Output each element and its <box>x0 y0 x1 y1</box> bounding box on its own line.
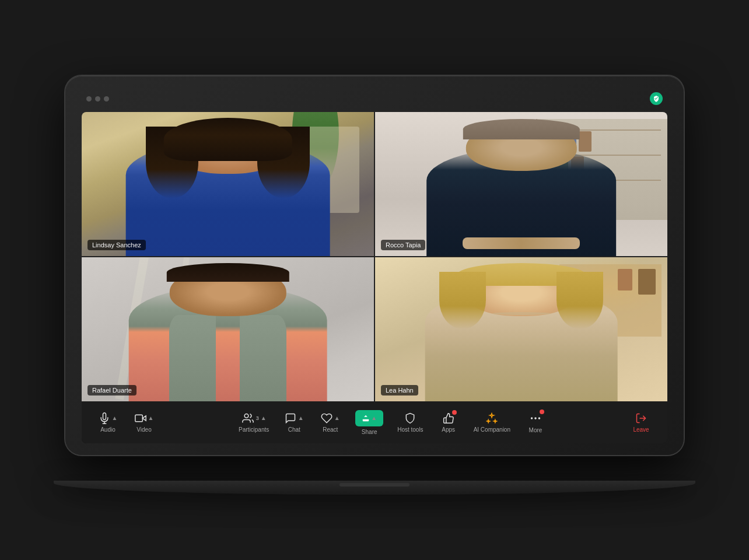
hair-lindsay <box>163 118 292 161</box>
react-icon: ▲ <box>321 412 340 424</box>
video-grid: Lindsay Sanchez <box>82 112 667 401</box>
participant-canvas-rocco <box>375 112 667 256</box>
laptop-top-bar <box>82 92 667 112</box>
share-button[interactable]: ▲ Share <box>349 407 389 439</box>
participants-button[interactable]: 3 ▲ Participants <box>233 407 275 439</box>
apps-button[interactable]: Apps <box>432 407 466 439</box>
video-tile-lea: Lea Hahn <box>375 257 667 401</box>
share-label: Share <box>362 429 377 435</box>
participant-canvas-rafael <box>82 257 374 401</box>
dot-yellow[interactable] <box>95 96 100 102</box>
audio-chevron: ▲ <box>112 415 118 421</box>
laptop-container: Lindsay Sanchez <box>54 76 695 484</box>
host-tools-button[interactable]: Host tools <box>391 407 429 439</box>
audio-icon: ▲ <box>99 412 118 424</box>
leave-button[interactable]: Leave <box>624 409 658 436</box>
react-chevron: ▲ <box>334 415 340 421</box>
hair-right-lea <box>556 272 603 330</box>
toolbar-center: 3 ▲ Participants ▲ Chat <box>161 407 624 439</box>
svg-point-6 <box>539 418 540 419</box>
share-icon: ▲ <box>355 410 383 426</box>
name-tag-rocco: Rocco Tapia <box>381 240 425 250</box>
participant-canvas-lea <box>375 257 667 401</box>
screen: Lindsay Sanchez <box>82 112 667 443</box>
security-badge <box>650 92 663 105</box>
apps-notification-dot <box>452 410 457 415</box>
ai-companion-icon <box>486 412 498 424</box>
leave-label: Leave <box>633 426 649 433</box>
necklace-lea <box>492 312 550 315</box>
video-chevron: ▲ <box>148 415 154 421</box>
leave-icon <box>635 412 648 424</box>
toolbar: ▲ Audio ▲ Video <box>82 401 667 443</box>
name-tag-rafael: Rafael Duarte <box>88 385 136 396</box>
host-tools-icon <box>404 412 416 424</box>
participant-canvas-lindsay <box>82 112 374 256</box>
more-icon <box>529 412 542 425</box>
hair-rocco <box>463 119 579 139</box>
video-tile-rocco: Rocco Tapia <box>375 112 667 256</box>
ai-companion-label: AI Companion <box>474 426 510 433</box>
more-label: More <box>529 427 542 433</box>
video-tile-lindsay: Lindsay Sanchez <box>82 112 374 256</box>
window-controls <box>86 96 109 102</box>
react-label: React <box>323 426 338 433</box>
apps-icon <box>443 412 454 424</box>
laptop-base <box>54 481 695 495</box>
shelf-item-1 <box>638 269 656 295</box>
dot-red[interactable] <box>86 96 92 102</box>
react-button[interactable]: ▲ React <box>313 407 347 439</box>
svg-point-5 <box>535 418 536 419</box>
laptop-body: Lindsay Sanchez <box>65 76 684 455</box>
host-tools-label: Host tools <box>397 426 423 433</box>
name-tag-lea: Lea Hahn <box>381 385 418 396</box>
audio-button[interactable]: ▲ Audio <box>91 409 125 436</box>
svg-point-3 <box>244 414 249 418</box>
video-icon: ▲ <box>135 412 154 424</box>
chat-icon: ▲ <box>285 412 304 424</box>
participants-chevron: ▲ <box>261 415 267 421</box>
toolbar-left: ▲ Audio ▲ Video <box>91 409 161 436</box>
shelf-item-2 <box>618 269 632 290</box>
chat-button[interactable]: ▲ Chat <box>277 407 311 439</box>
ai-companion-button[interactable]: AI Companion <box>468 407 516 439</box>
video-tile-rafael: Rafael Duarte <box>82 257 374 401</box>
more-notification-dot <box>540 410 544 414</box>
name-tag-lindsay: Lindsay Sanchez <box>88 240 146 250</box>
svg-rect-2 <box>135 415 142 422</box>
hair-rafael <box>166 263 289 282</box>
video-button[interactable]: ▲ Video <box>127 409 161 436</box>
chat-chevron: ▲ <box>298 415 304 421</box>
participants-icon: 3 ▲ <box>242 412 267 424</box>
dot-green[interactable] <box>104 96 109 102</box>
video-label: Video <box>136 426 151 433</box>
jacket-right <box>240 315 286 401</box>
more-button[interactable]: More <box>519 407 552 439</box>
audio-label: Audio <box>100 426 116 433</box>
toolbar-right: Leave <box>624 409 658 436</box>
hands-rocco <box>463 237 579 249</box>
participant-count: 3 <box>256 415 259 421</box>
participants-label: Participants <box>239 426 269 433</box>
apps-label: Apps <box>442 426 455 433</box>
chat-label: Chat <box>288 426 300 433</box>
jacket-left <box>169 315 216 401</box>
svg-point-7 <box>531 418 533 419</box>
